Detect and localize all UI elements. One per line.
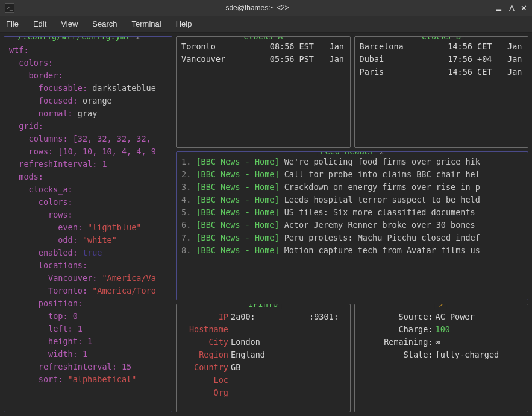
close-button[interactable]: ✕ (521, 4, 527, 13)
window-controls: 🗕 ᐱ ✕ (495, 4, 527, 13)
window-title: sde@thames:~ <2> (19, 4, 495, 12)
feed-item[interactable]: 3. [BBC News - Home] Crackdown on energy… (181, 181, 523, 194)
panel-title-ipinfo: IPInfo (245, 304, 281, 309)
clock-row: Barcelona14:56 CETJan (360, 40, 524, 53)
menu-edit[interactable]: Edit (33, 19, 46, 28)
terminal-icon: >_ (5, 3, 14, 13)
menu-terminal[interactable]: Terminal (132, 19, 161, 28)
clock-row: Paris14:56 CETJan (360, 66, 524, 78)
feed-item[interactable]: 6. [BBC News - Home] Actor Jeremy Renner… (181, 219, 523, 232)
menu-search[interactable]: Search (92, 19, 117, 28)
panel-title-feed: Feed Reader 2 (317, 151, 388, 156)
minimize-button[interactable]: 🗕 (495, 4, 503, 13)
panel-title-clocks-b: Clocks B (418, 36, 465, 41)
panel-clocks-a: Clocks A Toronto08:56 ESTJanVancouver05:… (176, 36, 351, 148)
lightning-icon: ⚡ (435, 304, 447, 309)
feed-item[interactable]: 8. [BBC News - Home] Motion capture tech… (181, 244, 523, 257)
menubar: File Edit View Search Terminal Help (0, 16, 532, 33)
panel-config: ~/.config/wtf/config.yml 1 wtf: colors: … (4, 36, 172, 412)
menu-help[interactable]: Help (176, 19, 192, 28)
panel-title-clocks-a: Clocks A (240, 36, 286, 41)
feed-item[interactable]: 4. [BBC News - Home] Leeds hospital terr… (181, 194, 523, 206)
feed-item[interactable]: 1. [BBC News - Home] We're policing food… (181, 156, 523, 168)
menu-view[interactable]: View (61, 19, 78, 28)
maximize-button[interactable]: ᐱ (509, 4, 515, 13)
feed-item[interactable]: 2. [BBC News - Home] Call for probe into… (181, 168, 523, 181)
panel-clocks-b: Clocks B Barcelona14:56 CETJanDubai17:56… (354, 36, 529, 148)
titlebar: >_ sde@thames:~ <2> 🗕 ᐱ ✕ (0, 0, 532, 16)
clock-row: Dubai17:56 +04Jan (360, 53, 524, 66)
clock-row: Toronto08:56 ESTJan (181, 40, 345, 53)
feed-item[interactable]: 7. [BBC News - Home] Peru protests: Mach… (181, 232, 523, 244)
clock-row: Vancouver05:56 PSTJan (181, 53, 345, 66)
panel-ipinfo: IPInfo IP2a00: :9301: Hostname CityLondo… (176, 304, 351, 412)
panel-feed-reader: Feed Reader 2 1. [BBC News - Home] We're… (176, 151, 528, 300)
terminal-area[interactable]: ~/.config/wtf/config.yml 1 wtf: colors: … (0, 33, 532, 416)
feed-item[interactable]: 5. [BBC News - Home] US files: Six more … (181, 206, 523, 219)
menu-file[interactable]: File (6, 19, 19, 28)
panel-power: ⚡ Source:AC Power Charge:100 Remaining:∞… (354, 304, 529, 412)
panel-title-config: ~/.config/wtf/config.yml 1 (9, 36, 143, 41)
